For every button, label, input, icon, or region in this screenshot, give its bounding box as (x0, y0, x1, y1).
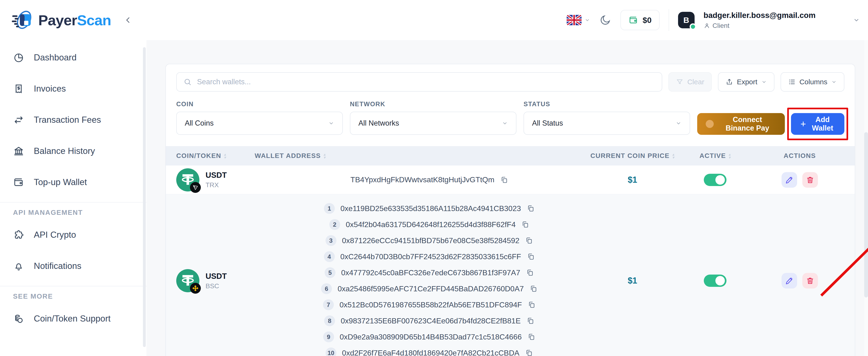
actions-cell (745, 172, 855, 188)
language-selector[interactable] (566, 15, 590, 25)
coin-cell: USDTTRX (166, 168, 249, 191)
page-scrollbar[interactable] (864, 40, 868, 356)
active-toggle[interactable] (704, 174, 726, 186)
bell-icon (13, 260, 24, 272)
column-header-coin-token[interactable]: COIN/TOKEN▴▾ (166, 152, 249, 160)
usdt-coin-icon (176, 168, 199, 191)
online-status-dot (690, 23, 696, 30)
dark-mode-moon-icon[interactable] (599, 14, 612, 26)
table-header-row: COIN/TOKEN▴▾WALLET ADDRESS▴▾CURRENT COIN… (166, 146, 855, 165)
toolbar: Clear Export Columns (166, 72, 855, 92)
chevron-down-icon (761, 79, 767, 85)
coin-cell: USDTBSC (166, 269, 249, 292)
brand-logo[interactable]: PayerScan (11, 10, 111, 30)
wallet-balance-chip[interactable]: $0 (620, 10, 660, 30)
address-item: 10xe119BD25e633535d35186A115b28Ac4941CB3… (324, 200, 535, 217)
plus-icon: + (800, 119, 806, 129)
copy-icon[interactable] (527, 253, 535, 261)
address-index-badge: 6 (321, 283, 332, 294)
trx-network-badge-icon (190, 182, 201, 193)
wallet-address: 0x54f2b04a63175D642648f126255d4d3f88F62f… (346, 220, 516, 229)
copy-icon[interactable] (525, 236, 533, 245)
address-cell: 10xe119BD25e633535d35186A115b28Ac4941CB3… (249, 200, 579, 356)
chevron-down-icon (676, 120, 682, 126)
column-header-current-coin-price[interactable]: CURRENT COIN PRICE▴▾ (579, 152, 686, 160)
address-index-badge: 5 (324, 267, 336, 278)
export-button[interactable]: Export (718, 72, 774, 92)
cta-buttons: Connect Binance Pay + Add Wallet (697, 113, 844, 135)
copy-icon[interactable] (527, 333, 535, 341)
status-select[interactable]: All Status (524, 112, 690, 135)
sidebar-item-invoices[interactable]: Invoices (0, 77, 147, 100)
wallet-icon (13, 176, 24, 188)
sidebar-item-transaction-fees[interactable]: Transaction Fees (0, 108, 147, 131)
coin-name: USDT (206, 171, 227, 180)
chevron-down-icon (328, 120, 334, 126)
edit-button[interactable] (781, 172, 797, 188)
wallet-address: 0x98372135E6BF007623C4Ee06d7b4fd28CE2fB8… (341, 317, 521, 325)
topbar-right: $0 B badger.killer.boss@gmail.com Client (566, 9, 868, 31)
scrollbar-thumb[interactable] (864, 132, 868, 297)
clear-filters-button[interactable]: Clear (669, 72, 712, 92)
divider (669, 9, 669, 31)
trash-icon (806, 175, 814, 184)
chevron-down-icon (585, 17, 590, 23)
column-header-active[interactable]: ACTIVE▴▾ (686, 152, 745, 160)
sidebar-item-dashboard[interactable]: Dashboard (0, 46, 147, 69)
connect-binance-pay-button[interactable]: Connect Binance Pay (697, 113, 785, 135)
filter-network: NETWORK All Networks (350, 101, 517, 135)
add-wallet-button[interactable]: + Add Wallet (791, 113, 844, 135)
sidebar-item-topup-wallet[interactable]: Top-up Wallet (0, 171, 147, 194)
filter-label: STATUS (524, 101, 690, 108)
avatar[interactable]: B (678, 12, 694, 28)
toggle-knob (715, 276, 725, 285)
copy-icon[interactable] (529, 285, 537, 293)
coin-name: USDT (206, 272, 227, 281)
edit-button[interactable] (781, 273, 797, 289)
active-cell (686, 174, 745, 186)
user-menu-chevron-icon[interactable] (853, 17, 860, 24)
address-item: 90xD9e2a9a308909D65b14B4B53Dad77c1c518C4… (323, 329, 535, 345)
usdt-coin-icon (176, 269, 199, 292)
wallet-address: 0xe119BD25e633535d35186A115b28Ac4941CB30… (340, 204, 521, 213)
sidebar-item-coin-token-support[interactable]: Coin/Token Support (0, 308, 147, 330)
coins-icon (13, 313, 24, 324)
sidebar-item-api-crypto[interactable]: API Crypto (0, 224, 147, 246)
network-select[interactable]: All Networks (350, 112, 517, 135)
invoice-icon (13, 83, 24, 94)
copy-icon[interactable] (500, 176, 508, 184)
delete-button[interactable] (802, 273, 818, 289)
bsc-network-badge-icon (190, 283, 201, 294)
filter-label: NETWORK (350, 101, 517, 108)
columns-button[interactable]: Columns (781, 72, 844, 92)
delete-button[interactable] (802, 172, 818, 188)
copy-icon[interactable] (525, 349, 533, 356)
sidebar-collapse-icon[interactable] (123, 15, 133, 25)
address-item: 30x871226eCCc94151bfBD75b67e08C5e38f5284… (326, 232, 533, 249)
wallet-address: 0x512Bc0D5761987655B58b22fAb56E7B51DFC89… (340, 300, 522, 309)
search-input[interactable] (197, 78, 655, 86)
address-index-badge: 9 (323, 331, 334, 342)
copy-icon[interactable] (527, 204, 535, 213)
wallet-address: TB4YpxdHgFkDWwtvsatK8tgHutjJvGTtQm (350, 175, 494, 184)
copy-icon[interactable] (526, 317, 534, 325)
wallet-row-usdt-bsc: USDTBSC10xe119BD25e633535d35186A115b28Ac… (166, 194, 855, 356)
funnel-icon (676, 78, 683, 86)
copy-icon[interactable] (528, 301, 535, 309)
address-item: 100xd2F26f7E6aF4d180fd1869420e7fA82Cb21c… (326, 345, 533, 356)
sort-icon: ▴▾ (324, 153, 326, 159)
current-coin-price: $1 (579, 276, 686, 286)
column-header-wallet-address[interactable]: WALLET ADDRESS▴▾ (249, 152, 579, 160)
copy-icon[interactable] (526, 269, 534, 277)
chevron-down-icon (831, 79, 837, 85)
sidebar-item-balance-history[interactable]: Balance History (0, 140, 147, 162)
sidebar: Dashboard Invoices Transaction Fees Bala… (0, 40, 147, 356)
user-info[interactable]: badger.killer.boss@gmail.com Client (704, 11, 815, 30)
active-toggle[interactable] (704, 274, 726, 287)
sort-icon: ▴▾ (224, 153, 226, 159)
address-item: 70x512Bc0D5761987655B58b22fAb56E7B51DFC8… (323, 297, 535, 313)
wallets-table: COIN/TOKEN▴▾WALLET ADDRESS▴▾CURRENT COIN… (166, 146, 855, 356)
copy-icon[interactable] (521, 221, 529, 228)
sidebar-item-notifications[interactable]: Notifications (0, 255, 147, 278)
coin-select[interactable]: All Coins (176, 112, 343, 135)
